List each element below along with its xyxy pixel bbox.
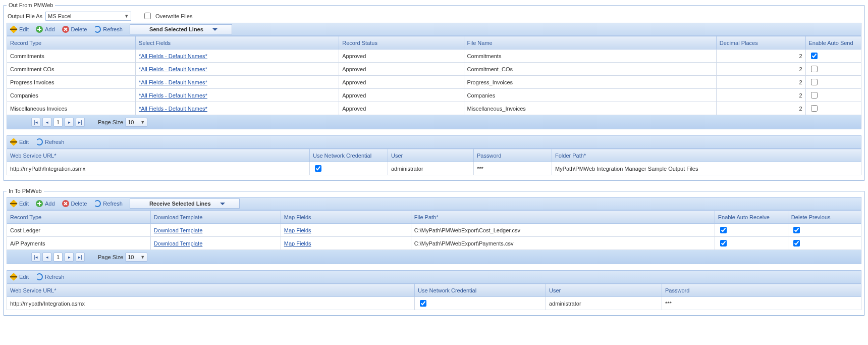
table-row[interactable]: Commitment COs*All Fields - Default Name… <box>7 63 861 76</box>
edit-button[interactable]: Edit <box>10 200 29 207</box>
cell-password[interactable]: *** <box>662 297 861 310</box>
col-url[interactable]: Web Service URL* <box>7 284 415 297</box>
col-password[interactable]: Password <box>662 284 861 297</box>
cell-file-name[interactable]: Commitment_COs <box>464 63 716 76</box>
map-fields-link[interactable]: Map Fields <box>284 240 311 247</box>
send-selected-lines-button[interactable]: Send Selected Lines <box>130 24 232 34</box>
select-fields-link[interactable]: *All Fields - Default Names* <box>139 66 207 72</box>
enable-auto-send-checkbox[interactable] <box>811 53 818 59</box>
cell-url[interactable]: http://mypath/Integration.asmx <box>7 297 415 310</box>
overwrite-files-checkbox[interactable] <box>144 13 151 19</box>
cell-select-fields[interactable]: *All Fields - Default Names* <box>136 76 339 89</box>
cell-select-fields[interactable]: *All Fields - Default Names* <box>136 63 339 76</box>
cell-enable-auto-send[interactable] <box>805 63 861 76</box>
refresh-button[interactable]: Refresh <box>94 200 123 207</box>
col-record-type[interactable]: Record Type <box>7 211 151 224</box>
cell-delete-previous[interactable] <box>788 224 861 237</box>
cell-record-status[interactable]: Approved <box>339 50 464 63</box>
cell-file-name[interactable]: Progress_Invoices <box>464 76 716 89</box>
cell-download[interactable]: Download Template <box>150 237 281 250</box>
table-row[interactable]: Miscellaneous Invoices*All Fields - Defa… <box>7 102 861 115</box>
add-button[interactable]: Add <box>36 200 55 207</box>
col-user[interactable]: User <box>546 284 662 297</box>
table-row[interactable]: Commitments*All Fields - Default Names*A… <box>7 50 861 63</box>
select-fields-link[interactable]: *All Fields - Default Names* <box>139 92 207 98</box>
col-folder[interactable]: Folder Path* <box>552 149 861 162</box>
pager-first-button[interactable]: |◂ <box>31 118 40 127</box>
edit-button[interactable]: Edit <box>10 273 29 280</box>
col-select-fields[interactable]: Select Fields <box>136 36 339 50</box>
cell-folder[interactable]: MyPath\PMWeb Integration Manager Sample … <box>552 162 861 175</box>
cell-url[interactable]: http://myPath/Integration.asmx <box>7 162 310 175</box>
output-file-as-select[interactable]: MS Excel ▼ <box>45 12 131 21</box>
delete-previous-checkbox[interactable] <box>793 240 800 247</box>
cell-select-fields[interactable]: *All Fields - Default Names* <box>136 50 339 63</box>
pager-last-button[interactable]: ▸| <box>76 253 85 262</box>
cell-record-type[interactable]: Cost Ledger <box>7 224 151 237</box>
cell-enable-auto-receive[interactable] <box>715 237 788 250</box>
pager-next-button[interactable]: ▸ <box>65 253 74 262</box>
col-record-status[interactable]: Record Status <box>339 36 464 50</box>
cell-use-cred[interactable] <box>310 162 388 175</box>
refresh-button[interactable]: Refresh <box>36 138 65 145</box>
enable-auto-send-checkbox[interactable] <box>811 66 818 72</box>
delete-previous-checkbox[interactable] <box>793 227 800 233</box>
pager-page-number[interactable]: 1 <box>53 253 63 262</box>
pager-prev-button[interactable]: ◂ <box>42 253 51 262</box>
cell-use-cred[interactable] <box>415 297 546 310</box>
cell-download[interactable]: Download Template <box>150 224 281 237</box>
col-delete-previous[interactable]: Delete Previous <box>788 211 861 224</box>
cell-file-name[interactable]: Commitments <box>464 50 716 63</box>
col-url[interactable]: Web Service URL* <box>7 149 310 162</box>
select-fields-link[interactable]: *All Fields - Default Names* <box>139 53 207 59</box>
cell-enable-auto-send[interactable] <box>805 102 861 115</box>
col-file-path[interactable]: File Path* <box>411 211 715 224</box>
cell-user[interactable]: administrator <box>546 297 662 310</box>
download-template-link[interactable]: Download Template <box>154 240 202 247</box>
cell-password[interactable]: *** <box>474 162 552 175</box>
cell-map[interactable]: Map Fields <box>281 224 411 237</box>
page-size-select[interactable]: 10▼ <box>125 118 147 127</box>
delete-button[interactable]: Delete <box>62 200 87 207</box>
table-row[interactable]: Progress Invoices*All Fields - Default N… <box>7 76 861 89</box>
receive-selected-lines-button[interactable]: Receive Selected Lines <box>130 199 240 209</box>
cell-record-type[interactable]: Commitment COs <box>7 63 136 76</box>
cell-enable-auto-send[interactable] <box>805 50 861 63</box>
enable-auto-send-checkbox[interactable] <box>811 79 818 85</box>
cell-file-name[interactable]: Companies <box>464 89 716 102</box>
col-use-cred[interactable]: Use Network Credential <box>310 149 388 162</box>
cell-decimal-places[interactable]: 2 <box>716 76 805 89</box>
use-cred-checkbox[interactable] <box>315 165 321 172</box>
cell-record-type[interactable]: Commitments <box>7 50 136 63</box>
cell-record-status[interactable]: Approved <box>339 102 464 115</box>
col-enable-auto-receive[interactable]: Enable Auto Receive <box>715 211 788 224</box>
enable-auto-receive-checkbox[interactable] <box>720 227 727 233</box>
cell-delete-previous[interactable] <box>788 237 861 250</box>
cell-select-fields[interactable]: *All Fields - Default Names* <box>136 102 339 115</box>
col-password[interactable]: Password <box>474 149 552 162</box>
cell-decimal-places[interactable]: 2 <box>716 102 805 115</box>
cell-record-type[interactable]: Progress Invoices <box>7 76 136 89</box>
cell-enable-auto-send[interactable] <box>805 76 861 89</box>
cell-enable-auto-receive[interactable] <box>715 224 788 237</box>
cell-file-name[interactable]: Miscellaneous_Invoices <box>464 102 716 115</box>
select-fields-link[interactable]: *All Fields - Default Names* <box>139 79 207 85</box>
cell-record-type[interactable]: Miscellaneous Invoices <box>7 102 136 115</box>
col-use-cred[interactable]: Use Network Credential <box>415 284 546 297</box>
cell-record-status[interactable]: Approved <box>339 76 464 89</box>
download-template-link[interactable]: Download Template <box>154 227 202 233</box>
use-cred-checkbox[interactable] <box>420 300 426 307</box>
col-user[interactable]: User <box>388 149 474 162</box>
add-button[interactable]: Add <box>36 26 55 33</box>
cell-record-status[interactable]: Approved <box>339 89 464 102</box>
cell-decimal-places[interactable]: 2 <box>716 63 805 76</box>
delete-button[interactable]: Delete <box>62 26 87 33</box>
pager-page-number[interactable]: 1 <box>53 118 63 127</box>
pager-prev-button[interactable]: ◂ <box>42 118 51 127</box>
refresh-button[interactable]: Refresh <box>36 273 65 280</box>
refresh-button[interactable]: Refresh <box>94 26 123 33</box>
cell-map[interactable]: Map Fields <box>281 237 411 250</box>
cell-file-path[interactable]: C:\MyPath\PMWebExport\Payments.csv <box>411 237 715 250</box>
table-row[interactable]: Companies*All Fields - Default Names*App… <box>7 89 861 102</box>
page-size-select[interactable]: 10▼ <box>125 253 147 262</box>
